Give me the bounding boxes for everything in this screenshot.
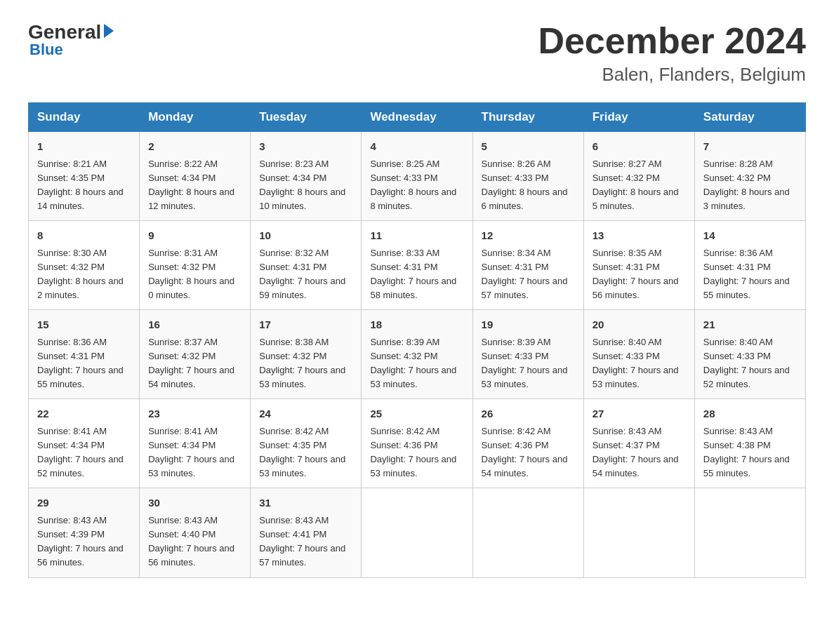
calendar-cell: 7 Sunrise: 8:28 AMSunset: 4:32 PMDayligh… [694,132,805,221]
day-number: 28 [703,406,797,422]
calendar-cell: 6 Sunrise: 8:27 AMSunset: 4:32 PMDayligh… [583,132,694,221]
day-number: 13 [593,228,686,244]
header-thursday: Thursday [472,103,583,132]
day-info: Sunrise: 8:42 AMSunset: 4:35 PMDaylight:… [259,424,352,481]
day-number: 17 [259,317,352,333]
day-number: 18 [370,317,463,333]
day-number: 6 [593,139,686,155]
calendar-cell: 2 Sunrise: 8:22 AMSunset: 4:34 PMDayligh… [140,132,251,221]
header-sunday: Sunday [29,103,140,132]
day-number: 22 [37,406,131,422]
calendar-cell: 1 Sunrise: 8:21 AMSunset: 4:35 PMDayligh… [29,132,140,221]
day-info: Sunrise: 8:27 AMSunset: 4:32 PMDaylight:… [593,157,686,214]
day-number: 2 [148,139,241,155]
day-number: 23 [148,406,241,422]
calendar-cell: 9 Sunrise: 8:31 AMSunset: 4:32 PMDayligh… [140,221,251,310]
header-monday: Monday [140,103,251,132]
day-info: Sunrise: 8:42 AMSunset: 4:36 PMDaylight:… [482,424,575,481]
calendar-cell [694,488,805,577]
header-saturday: Saturday [694,103,805,132]
day-info: Sunrise: 8:34 AMSunset: 4:31 PMDaylight:… [482,246,575,303]
logo-blue: Blue [29,41,63,59]
calendar-location: Balen, Flanders, Belgium [538,64,806,86]
day-info: Sunrise: 8:23 AMSunset: 4:34 PMDaylight:… [259,157,352,214]
calendar-cell: 29 Sunrise: 8:43 AMSunset: 4:39 PMDaylig… [29,488,140,577]
day-number: 27 [593,406,686,422]
calendar-cell: 31 Sunrise: 8:43 AMSunset: 4:41 PMDaylig… [251,488,362,577]
calendar-week-row: 1 Sunrise: 8:21 AMSunset: 4:35 PMDayligh… [29,132,806,221]
calendar-cell: 12 Sunrise: 8:34 AMSunset: 4:31 PMDaylig… [472,221,583,310]
day-info: Sunrise: 8:31 AMSunset: 4:32 PMDaylight:… [148,246,241,303]
day-info: Sunrise: 8:43 AMSunset: 4:39 PMDaylight:… [37,514,131,570]
day-number: 15 [37,317,131,333]
calendar-week-row: 29 Sunrise: 8:43 AMSunset: 4:39 PMDaylig… [29,488,806,577]
day-number: 21 [703,317,797,333]
calendar-cell: 17 Sunrise: 8:38 AMSunset: 4:32 PMDaylig… [251,310,362,399]
calendar-cell: 13 Sunrise: 8:35 AMSunset: 4:31 PMDaylig… [583,221,694,310]
day-number: 30 [148,495,241,511]
day-number: 14 [703,228,797,244]
day-number: 16 [148,317,241,333]
day-info: Sunrise: 8:38 AMSunset: 4:32 PMDaylight:… [259,335,352,392]
calendar-cell: 16 Sunrise: 8:37 AMSunset: 4:32 PMDaylig… [140,310,251,399]
day-info: Sunrise: 8:36 AMSunset: 4:31 PMDaylight:… [703,246,797,303]
day-number: 20 [593,317,686,333]
day-info: Sunrise: 8:30 AMSunset: 4:32 PMDaylight:… [37,246,131,303]
calendar-cell [472,488,583,577]
calendar-cell: 25 Sunrise: 8:42 AMSunset: 4:36 PMDaylig… [362,399,472,488]
calendar-cell: 21 Sunrise: 8:40 AMSunset: 4:33 PMDaylig… [694,310,805,399]
calendar-cell: 19 Sunrise: 8:39 AMSunset: 4:33 PMDaylig… [472,310,583,399]
logo: General Blue [28,21,114,59]
day-info: Sunrise: 8:22 AMSunset: 4:34 PMDaylight:… [148,157,241,214]
day-number: 11 [370,228,463,244]
day-number: 25 [370,406,463,422]
calendar-cell: 3 Sunrise: 8:23 AMSunset: 4:34 PMDayligh… [251,132,362,221]
day-number: 10 [259,228,352,244]
calendar-cell: 24 Sunrise: 8:42 AMSunset: 4:35 PMDaylig… [251,399,362,488]
day-info: Sunrise: 8:26 AMSunset: 4:33 PMDaylight:… [482,157,575,214]
day-info: Sunrise: 8:35 AMSunset: 4:31 PMDaylight:… [593,246,686,303]
day-number: 8 [37,228,131,244]
day-info: Sunrise: 8:41 AMSunset: 4:34 PMDaylight:… [37,424,131,481]
day-number: 1 [37,139,131,155]
day-number: 26 [482,406,575,422]
day-info: Sunrise: 8:40 AMSunset: 4:33 PMDaylight:… [703,335,797,392]
day-info: Sunrise: 8:43 AMSunset: 4:40 PMDaylight:… [148,514,241,570]
logo-arrow-icon [104,24,114,38]
calendar-cell: 30 Sunrise: 8:43 AMSunset: 4:40 PMDaylig… [140,488,251,577]
day-number: 31 [259,495,352,511]
day-number: 19 [482,317,575,333]
day-info: Sunrise: 8:39 AMSunset: 4:33 PMDaylight:… [482,335,575,392]
calendar-cell: 26 Sunrise: 8:42 AMSunset: 4:36 PMDaylig… [472,399,583,488]
calendar-week-row: 15 Sunrise: 8:36 AMSunset: 4:31 PMDaylig… [29,310,806,399]
calendar-cell: 5 Sunrise: 8:26 AMSunset: 4:33 PMDayligh… [472,132,583,221]
day-info: Sunrise: 8:43 AMSunset: 4:41 PMDaylight:… [259,514,352,570]
day-info: Sunrise: 8:41 AMSunset: 4:34 PMDaylight:… [148,424,241,481]
calendar-cell: 18 Sunrise: 8:39 AMSunset: 4:32 PMDaylig… [362,310,472,399]
calendar-cell: 4 Sunrise: 8:25 AMSunset: 4:33 PMDayligh… [362,132,472,221]
header-tuesday: Tuesday [251,103,362,132]
title-block: December 2024 Balen, Flanders, Belgium [538,21,806,86]
calendar-cell [583,488,694,577]
calendar-header-row: SundayMondayTuesdayWednesdayThursdayFrid… [29,103,806,132]
day-number: 5 [482,139,575,155]
day-number: 29 [37,495,131,511]
day-info: Sunrise: 8:40 AMSunset: 4:33 PMDaylight:… [593,335,686,392]
calendar-cell: 8 Sunrise: 8:30 AMSunset: 4:32 PMDayligh… [29,221,140,310]
day-info: Sunrise: 8:28 AMSunset: 4:32 PMDaylight:… [703,157,797,214]
calendar-cell [362,488,472,577]
day-info: Sunrise: 8:42 AMSunset: 4:36 PMDaylight:… [370,424,463,481]
header-friday: Friday [583,103,694,132]
calendar-cell: 11 Sunrise: 8:33 AMSunset: 4:31 PMDaylig… [362,221,472,310]
day-number: 24 [259,406,352,422]
day-info: Sunrise: 8:21 AMSunset: 4:35 PMDaylight:… [37,157,131,214]
calendar-cell: 15 Sunrise: 8:36 AMSunset: 4:31 PMDaylig… [29,310,140,399]
day-info: Sunrise: 8:43 AMSunset: 4:38 PMDaylight:… [703,424,797,481]
day-number: 12 [482,228,575,244]
calendar-week-row: 8 Sunrise: 8:30 AMSunset: 4:32 PMDayligh… [29,221,806,310]
day-info: Sunrise: 8:33 AMSunset: 4:31 PMDaylight:… [370,246,463,303]
day-info: Sunrise: 8:32 AMSunset: 4:31 PMDaylight:… [259,246,352,303]
calendar-cell: 27 Sunrise: 8:43 AMSunset: 4:37 PMDaylig… [583,399,694,488]
day-number: 9 [148,228,241,244]
page-header: General Blue December 2024 Balen, Flande… [28,21,806,86]
